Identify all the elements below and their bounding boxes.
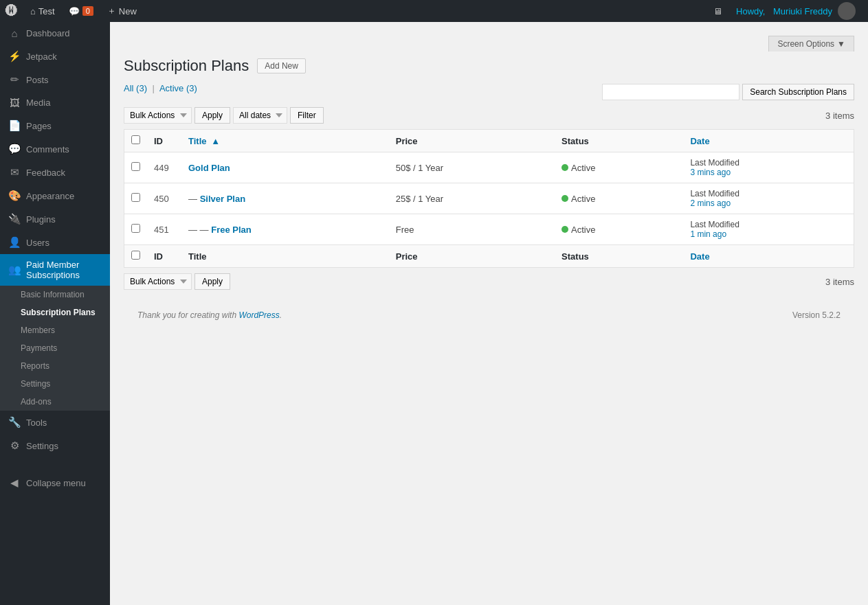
col-footer-id: ID	[147, 245, 181, 268]
col-footer-status: Status	[555, 245, 683, 268]
row-price-0: 50$ / 1 Year	[389, 152, 555, 183]
search-input[interactable]	[602, 84, 739, 100]
page-title-area: Subscription Plans Add New	[124, 57, 854, 75]
bulk-bar-bottom: Bulk Actions Apply 3 items	[124, 273, 854, 290]
row-checkbox-1	[124, 183, 148, 214]
sidebar-item-posts[interactable]: ✏ Posts	[0, 68, 110, 91]
items-count-bottom: 3 items	[825, 277, 854, 287]
sidebar-item-jetpack[interactable]: ⚡ Jetpack	[0, 45, 110, 68]
col-footer-checkbox	[124, 245, 148, 268]
select-all-checkbox-bottom[interactable]	[131, 251, 140, 260]
sidebar-subitem-basic-info[interactable]: Basic Information	[0, 286, 110, 304]
sidebar-item-users[interactable]: 👤 Users	[0, 231, 110, 254]
row-id-0: 449	[147, 152, 181, 183]
table-row: 450 — Silver Plan 25$ / 1 Year Active La…	[124, 183, 854, 214]
chevron-down-icon: ▼	[837, 39, 845, 49]
row-status-0: Active	[555, 152, 683, 183]
filter-button[interactable]: Filter	[290, 107, 324, 124]
sidebar-item-media[interactable]: 🖼 Media	[0, 91, 110, 114]
sidebar-item-pages[interactable]: 📄 Pages	[0, 114, 110, 137]
apply-button-top[interactable]: Apply	[194, 107, 230, 124]
row-checkbox-0	[124, 152, 148, 183]
sidebar-item-plugins[interactable]: 🔌 Plugins	[0, 207, 110, 231]
paid-member-icon: 👥	[8, 264, 21, 276]
row-title-link-0[interactable]: Gold Plan	[188, 163, 230, 173]
sort-date-link[interactable]: Date	[690, 136, 709, 146]
col-footer-price: Price	[389, 245, 555, 268]
sidebar-subitem-settings[interactable]: Settings	[0, 375, 110, 393]
sidebar-item-feedback[interactable]: ✉ Feedback	[0, 161, 110, 184]
footer-wp-link[interactable]: WordPress	[238, 310, 279, 320]
comments-icon: 💬	[8, 143, 21, 155]
row-title-link-2[interactable]: Free Plan	[211, 225, 252, 235]
adminbar-new[interactable]: ＋ New	[100, 5, 144, 17]
bulk-actions-select-bottom[interactable]: Bulk Actions	[124, 273, 192, 290]
filter-active-link[interactable]: Active (3)	[159, 83, 197, 93]
add-new-button[interactable]: Add New	[257, 58, 306, 73]
row-status-2: Active	[555, 214, 683, 245]
sidebar-subitem-reports[interactable]: Reports	[0, 357, 110, 375]
filter-links: All (3) | Active (3)	[124, 83, 197, 93]
col-header-status: Status	[555, 130, 683, 152]
sidebar-subitem-members[interactable]: Members	[0, 321, 110, 339]
row-date-modified-2: Last Modified	[690, 220, 847, 229]
row-date-ago-0[interactable]: 3 mins ago	[690, 168, 847, 177]
row-select-0[interactable]	[131, 162, 140, 171]
row-price-2: Free	[389, 214, 555, 245]
sidebar-item-comments[interactable]: 💬 Comments	[0, 137, 110, 161]
row-date-1: Last Modified 2 mins ago	[683, 183, 854, 214]
monitor-icon: 🖥	[713, 6, 722, 16]
col-header-checkbox	[124, 130, 148, 152]
wp-logo-icon[interactable]: 🅦	[5, 4, 18, 19]
search-area: Search Subscription Plans	[602, 84, 854, 100]
search-button[interactable]: Search Subscription Plans	[742, 84, 854, 100]
adminbar-site[interactable]: ⌂ Test	[23, 6, 62, 16]
table-row: 451 — — Free Plan Free Active Last Modif…	[124, 214, 854, 245]
footer-version: Version 5.2.2	[792, 310, 841, 320]
adminbar-comments[interactable]: 💬 0	[62, 6, 100, 16]
sort-date-footer-link[interactable]: Date	[690, 251, 709, 262]
footer-thanks: Thank you for creating with WordPress.	[137, 310, 282, 320]
adminbar-user[interactable]: Howdy, Muriuki Freddy	[729, 2, 863, 20]
sort-title-link[interactable]: Title ▲	[188, 136, 220, 146]
items-count-top: 3 items	[825, 111, 854, 121]
row-id-1: 450	[147, 183, 181, 214]
row-date-modified-0: Last Modified	[690, 158, 847, 168]
main-content: Screen Options ▼ Subscription Plans Add …	[110, 22, 868, 605]
row-date-ago-1[interactable]: 2 mins ago	[690, 198, 847, 208]
row-checkbox-2	[124, 214, 148, 245]
row-select-2[interactable]	[131, 224, 140, 233]
status-dot-icon-1	[561, 195, 568, 202]
bulk-actions-select-top[interactable]: Bulk Actions	[124, 107, 192, 124]
adminbar-monitor[interactable]: 🖥	[706, 6, 729, 16]
row-select-1[interactable]	[131, 193, 140, 202]
col-header-date: Date	[683, 130, 854, 152]
subscription-plans-table: ID Title ▲ Price Status	[124, 129, 854, 268]
sidebar-item-paid-member[interactable]: 👥 Paid Member Subscriptions	[0, 254, 110, 286]
table-footer-row: ID Title Price Status Date	[124, 245, 854, 268]
screen-options-button[interactable]: Screen Options ▼	[768, 36, 854, 52]
row-title-2: — — Free Plan	[181, 214, 389, 245]
date-filter-select[interactable]: All dates	[233, 107, 287, 124]
filter-all-link[interactable]: All (3)	[124, 83, 150, 93]
apply-button-bottom[interactable]: Apply	[194, 273, 230, 290]
sidebar-item-dashboard[interactable]: ⌂ Dashboard	[0, 22, 110, 45]
sidebar-subitem-payments[interactable]: Payments	[0, 339, 110, 357]
col-header-title: Title ▲	[181, 130, 389, 152]
jetpack-icon: ⚡	[8, 50, 21, 62]
status-dot-icon-0	[561, 164, 568, 171]
sidebar-item-tools[interactable]: 🔧 Tools	[0, 411, 110, 434]
row-title-link-1[interactable]: Silver Plan	[200, 194, 245, 204]
sidebar-item-collapse[interactable]: ◀ Collapse menu	[0, 471, 110, 494]
user-avatar	[838, 2, 856, 20]
sidebar-item-appearance[interactable]: 🎨 Appearance	[0, 184, 110, 207]
sidebar-subitem-subscription-plans[interactable]: Subscription Plans	[0, 304, 110, 321]
sidebar-item-settings[interactable]: ⚙ Settings	[0, 434, 110, 457]
sidebar-subitem-addons[interactable]: Add-ons	[0, 393, 110, 411]
screen-options-bar: Screen Options ▼	[124, 36, 854, 52]
select-all-checkbox-top[interactable]	[131, 135, 140, 144]
filter-separator: |	[153, 83, 155, 93]
row-date-ago-2[interactable]: 1 min ago	[690, 229, 847, 239]
page-title: Subscription Plans	[124, 57, 249, 75]
table-header-row: ID Title ▲ Price Status	[124, 130, 854, 152]
